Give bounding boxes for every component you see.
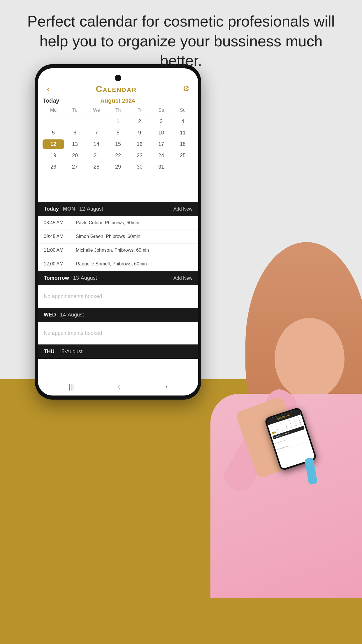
cal-day-26[interactable]: 26 (43, 162, 64, 172)
day-header-su: Su (172, 108, 194, 113)
tagline: Perfect calendar for cosmetic profesiona… (0, 12, 362, 71)
calendar-grid: 1 2 3 4 5 6 7 8 9 10 11 12 13 14 15 16 1… (43, 117, 194, 172)
cal-day-17[interactable]: 17 (150, 139, 172, 149)
day-header-we: We (86, 108, 107, 113)
appt-time: 09:45 AM (44, 234, 76, 239)
day-header-tu: Tu (64, 108, 86, 113)
cal-day-18[interactable]: 18 (172, 139, 194, 149)
month-label: August 2024 (100, 97, 135, 104)
appt-detail: Raquelle Shmell, Phibrows, 60min (76, 261, 147, 267)
app-title: Calendar (96, 84, 137, 94)
cal-day-31[interactable]: 31 (150, 162, 172, 172)
camera-dot (115, 75, 121, 81)
person-image: CALENDAR M T W T F S S 1 2 (158, 204, 362, 598)
cal-day-empty (172, 162, 194, 172)
cal-day-1[interactable]: 1 (107, 117, 129, 126)
appt-time: 11:00 AM (44, 248, 76, 253)
cal-day-11[interactable]: 11 (172, 128, 194, 138)
day-header-fr: Fr (129, 108, 150, 113)
cal-day-27[interactable]: 27 (64, 162, 86, 172)
cal-day-25[interactable]: 25 (172, 151, 194, 160)
day-date-today: 12-August (79, 206, 166, 212)
calendar-nav: Today August 2024 (43, 97, 194, 104)
cal-day-23[interactable]: 23 (129, 151, 150, 160)
cal-day-empty (86, 117, 107, 126)
day-header-th: Th (107, 108, 129, 113)
cal-day-13[interactable]: 13 (64, 139, 86, 149)
day-header-mo: Mo (43, 108, 64, 113)
cal-day-15[interactable]: 15 (107, 139, 129, 149)
cal-day-21[interactable]: 21 (86, 151, 107, 160)
cal-day-8[interactable]: 8 (107, 128, 129, 138)
cal-day-19[interactable]: 19 (43, 151, 64, 160)
cal-day-16[interactable]: 16 (129, 139, 150, 149)
day-name-tomorrow: Tomorrow (44, 275, 69, 281)
cal-day-28[interactable]: 28 (86, 162, 107, 172)
cal-day-2[interactable]: 2 (129, 117, 150, 126)
settings-icon[interactable]: ⚙ (183, 84, 189, 93)
day-weekday-today: MON (63, 206, 75, 212)
recent-apps-icon[interactable]: ||| (68, 383, 74, 391)
cal-day-22[interactable]: 22 (107, 151, 129, 160)
cal-day-5[interactable]: 5 (43, 128, 64, 138)
home-icon[interactable]: ○ (117, 383, 122, 391)
cal-day-29[interactable]: 29 (107, 162, 129, 172)
calendar-section: Today August 2024 Mo Tu We Th Fr Sa Su 1… (38, 97, 198, 172)
cal-day-3[interactable]: 3 (150, 117, 172, 126)
day-name-today: Today (44, 206, 59, 212)
cal-day-20[interactable]: 20 (64, 151, 86, 160)
day-headers: Mo Tu We Th Fr Sa Su (43, 108, 194, 115)
cal-day-9[interactable]: 9 (129, 128, 150, 138)
day-name-wed: WED (44, 312, 56, 318)
day-header-sa: Sa (150, 108, 172, 113)
appt-detail: Simon Green, Phibrows ,60min (76, 234, 140, 239)
cal-day-30[interactable]: 30 (129, 162, 150, 172)
app-header: ‹ Calendar ⚙ (38, 83, 198, 94)
appt-time: 12:00 AM (44, 261, 76, 267)
appt-detail: Michelle Johnson, Phibrows, 60min (76, 248, 149, 253)
cal-day-empty (43, 117, 64, 126)
today-button[interactable]: Today (43, 97, 59, 104)
cal-day-10[interactable]: 10 (150, 128, 172, 138)
appt-detail: Pavle Culum, Phibrows, 60min (76, 220, 139, 225)
appt-time: 08:45 AM (44, 220, 76, 225)
cal-day-24[interactable]: 24 (150, 151, 172, 160)
day-name-thu: THU (44, 349, 55, 355)
cal-day-12-today[interactable]: 12 (43, 139, 64, 149)
back-button[interactable]: ‹ (47, 83, 50, 94)
cal-day-7[interactable]: 7 (86, 128, 107, 138)
cal-day-6[interactable]: 6 (64, 128, 86, 138)
cal-day-empty (64, 117, 86, 126)
day-date-tomorrow: 13-August (73, 275, 117, 281)
cal-day-4[interactable]: 4 (172, 117, 194, 126)
cal-day-14[interactable]: 14 (86, 139, 107, 149)
